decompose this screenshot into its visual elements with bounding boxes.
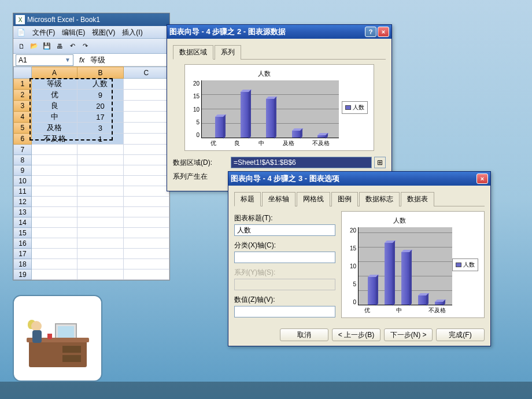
wizard3-titlebar[interactable]: 图表向导 - 4 步骤之 3 - 图表选项 ×	[228, 172, 490, 186]
menu-edit[interactable]: 编辑(E)	[58, 26, 88, 38]
finish-button[interactable]: 完成(F)	[436, 328, 485, 341]
help-icon[interactable]: ?	[365, 27, 376, 37]
redo-icon[interactable]: ↷	[79, 40, 91, 52]
cell-A17[interactable]	[31, 249, 77, 259]
cell-A18[interactable]	[31, 259, 77, 269]
close-icon[interactable]: ×	[378, 27, 389, 37]
tab-datalabels[interactable]: 数据标志	[359, 192, 400, 206]
cell-B14[interactable]	[77, 217, 123, 228]
cell-C16[interactable]	[123, 238, 169, 249]
cell-B8[interactable]	[77, 155, 123, 165]
formula-bar[interactable]: 等级	[88, 55, 108, 65]
chevron-down-icon[interactable]: ▼	[65, 57, 71, 63]
row-header-2[interactable]: 2	[14, 90, 32, 101]
new-icon[interactable]: 🗋	[16, 40, 27, 52]
cell-C7[interactable]	[123, 145, 169, 155]
col-header-C[interactable]: C	[123, 67, 169, 79]
cell-B12[interactable]	[77, 197, 123, 207]
cell-C19[interactable]	[123, 269, 169, 280]
tab-data-range[interactable]: 数据区域	[173, 45, 213, 60]
cell-C9[interactable]	[123, 165, 169, 176]
close-icon[interactable]: ×	[476, 173, 488, 184]
cell-A10[interactable]	[31, 176, 77, 186]
data-range-input[interactable]	[231, 157, 372, 168]
cell-A12[interactable]	[31, 197, 77, 207]
row-header-16[interactable]: 16	[14, 238, 32, 249]
fx-icon[interactable]: fx	[79, 56, 84, 64]
row-header-4[interactable]: 4	[14, 112, 32, 123]
cell-C11[interactable]	[123, 186, 169, 197]
row-header-13[interactable]: 13	[14, 207, 32, 217]
cell-B7[interactable]	[77, 145, 123, 155]
cell-B9[interactable]	[77, 165, 123, 176]
cell-A6[interactable]: 不及格	[31, 134, 77, 145]
cell-B15[interactable]	[77, 228, 123, 238]
cell-B19[interactable]	[77, 269, 123, 280]
cell-A1[interactable]: 等级	[31, 79, 77, 90]
row-header-17[interactable]: 17	[14, 249, 32, 259]
cell-C13[interactable]	[123, 207, 169, 217]
cell-A9[interactable]	[31, 165, 77, 176]
spreadsheet-grid[interactable]: ABC1等级人数2优93良204中175及格36不及格1789101112131…	[13, 66, 169, 280]
cell-C17[interactable]	[123, 249, 169, 259]
tab-gridlines[interactable]: 网格线	[297, 192, 330, 206]
cell-C12[interactable]	[123, 197, 169, 207]
cell-B11[interactable]	[77, 186, 123, 197]
col-header-B[interactable]: B	[77, 67, 123, 79]
cell-A16[interactable]	[31, 238, 77, 249]
cell-A3[interactable]: 良	[31, 101, 77, 112]
cell-C1[interactable]	[123, 79, 169, 90]
doc-icon[interactable]: 📄	[13, 26, 29, 38]
row-header-15[interactable]: 15	[14, 228, 32, 238]
cell-C3[interactable]	[123, 101, 169, 112]
row-header-14[interactable]: 14	[14, 217, 32, 228]
cell-C15[interactable]	[123, 228, 169, 238]
cell-B18[interactable]	[77, 259, 123, 269]
save-icon[interactable]: 💾	[41, 40, 53, 52]
cell-B1[interactable]: 人数	[77, 79, 123, 90]
value-axis-input[interactable]	[234, 306, 335, 317]
tab-legend[interactable]: 图例	[331, 192, 358, 206]
cat-axis-input[interactable]	[234, 252, 335, 263]
row-header-3[interactable]: 3	[14, 101, 32, 112]
cell-C10[interactable]	[123, 176, 169, 186]
row-header-6[interactable]: 6	[14, 134, 32, 145]
cell-A4[interactable]: 中	[31, 112, 77, 123]
tab-series[interactable]: 系列	[215, 45, 241, 60]
cell-A15[interactable]	[31, 228, 77, 238]
undo-icon[interactable]: ↶	[66, 40, 78, 52]
cell-C2[interactable]	[123, 90, 169, 101]
menu-insert[interactable]: 插入(I)	[119, 26, 146, 38]
print-icon[interactable]: 🖶	[54, 40, 65, 52]
row-header-5[interactable]: 5	[14, 123, 32, 134]
cell-B17[interactable]	[77, 249, 123, 259]
row-header-1[interactable]: 1	[14, 79, 32, 90]
row-header-19[interactable]: 19	[14, 269, 32, 280]
col-header-A[interactable]: A	[31, 67, 77, 79]
cell-C5[interactable]	[123, 123, 169, 134]
cell-B2[interactable]: 9	[77, 90, 123, 101]
wizard2-titlebar[interactable]: 图表向导 - 4 步骤之 2 - 图表源数据 ? ×	[167, 25, 391, 39]
row-header-12[interactable]: 12	[14, 197, 32, 207]
cell-C14[interactable]	[123, 217, 169, 228]
row-header-8[interactable]: 8	[14, 155, 32, 165]
cell-B4[interactable]: 17	[77, 112, 123, 123]
open-icon[interactable]: 📂	[28, 40, 40, 52]
cell-A5[interactable]: 及格	[31, 123, 77, 134]
tab-axes[interactable]: 坐标轴	[262, 192, 295, 206]
cell-B6[interactable]: 1	[77, 134, 123, 145]
tab-titles[interactable]: 标题	[234, 192, 261, 206]
next-button[interactable]: 下一步(N) >	[384, 328, 433, 341]
cell-A19[interactable]	[31, 269, 77, 280]
row-header-7[interactable]: 7	[14, 145, 32, 155]
cell-C4[interactable]	[123, 112, 169, 123]
cell-B5[interactable]: 3	[77, 123, 123, 134]
cell-A7[interactable]	[31, 145, 77, 155]
cell-C18[interactable]	[123, 259, 169, 269]
row-header-18[interactable]: 18	[14, 259, 32, 269]
cell-A2[interactable]: 优	[31, 90, 77, 101]
row-header-9[interactable]: 9	[14, 165, 32, 176]
back-button[interactable]: < 上一步(B)	[332, 328, 380, 341]
cell-C8[interactable]	[123, 155, 169, 165]
tab-datatable[interactable]: 数据表	[401, 192, 434, 206]
